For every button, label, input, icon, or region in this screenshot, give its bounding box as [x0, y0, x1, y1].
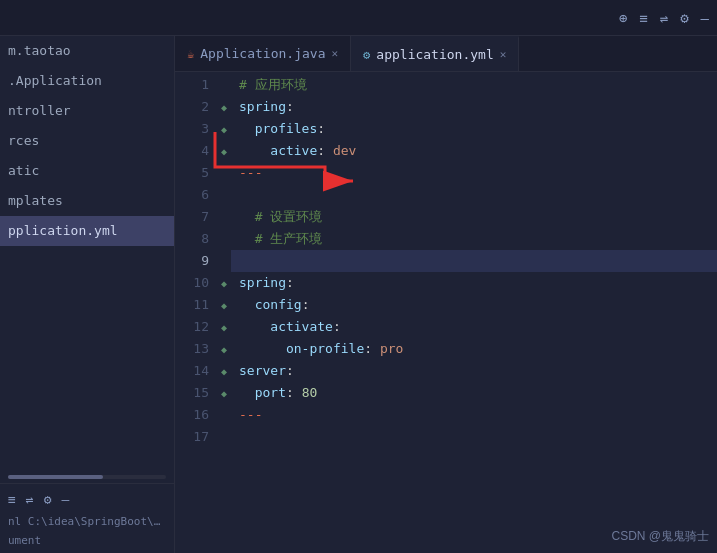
- tab-application-yml[interactable]: ⚙ application.yml ✕: [351, 36, 519, 71]
- line-num-7: 7: [175, 206, 209, 228]
- line-num-17: 17: [175, 426, 209, 448]
- line-num-2: 2: [175, 96, 209, 118]
- code-line-15[interactable]: port: 80: [231, 382, 717, 404]
- line-num-11: 11: [175, 294, 209, 316]
- fold-4[interactable]: ◆: [217, 140, 231, 162]
- list-icon[interactable]: ≡: [639, 10, 647, 26]
- sidebar-path: nl C:\idea\SpringBoot\springboot_10_: [0, 511, 174, 532]
- java-icon: ☕: [187, 47, 194, 61]
- tab-bar: ☕ Application.java ✕ ⚙ application.yml ✕: [175, 36, 717, 72]
- code-line-16[interactable]: ---: [231, 404, 717, 426]
- sidebar-status: ument: [0, 532, 174, 549]
- watermark: CSDN @鬼鬼骑士: [611, 528, 709, 545]
- line-num-16: 16: [175, 404, 209, 426]
- tab-label-yml: application.yml: [376, 47, 493, 62]
- editor-area: ☕ Application.java ✕ ⚙ application.yml ✕…: [175, 36, 717, 553]
- tab-close-yml[interactable]: ✕: [500, 48, 507, 61]
- fold-2[interactable]: ◆: [217, 96, 231, 118]
- minimize-icon[interactable]: —: [701, 10, 709, 26]
- tab-application-java[interactable]: ☕ Application.java ✕: [175, 36, 351, 71]
- line-num-14: 14: [175, 360, 209, 382]
- line-num-10: 10: [175, 272, 209, 294]
- line-numbers: 1 2 3 4 5 6 7 8 9 10 11 12 13 14 15 16 1…: [175, 72, 217, 553]
- yml-icon: ⚙: [363, 48, 370, 62]
- tab-label-java: Application.java: [200, 46, 325, 61]
- line-num-13: 13: [175, 338, 209, 360]
- main-area: m.taotao .Application ntroller rces atic…: [0, 36, 717, 553]
- fold-13[interactable]: ◆: [217, 338, 231, 360]
- fold-12[interactable]: ◆: [217, 316, 231, 338]
- bottom-swap-icon[interactable]: ⇌: [26, 492, 34, 507]
- sidebar-top: m.taotao .Application ntroller rces atic…: [0, 36, 174, 471]
- code-line-7[interactable]: # 设置环境: [231, 206, 717, 228]
- fold-6: [217, 184, 231, 206]
- code-line-12[interactable]: activate:: [231, 316, 717, 338]
- code-line-10[interactable]: spring:: [231, 272, 717, 294]
- swap-icon[interactable]: ⇌: [660, 10, 668, 26]
- code-line-4[interactable]: active: dev: [231, 140, 717, 162]
- sidebar-item-application[interactable]: .Application: [0, 66, 174, 96]
- target-icon[interactable]: ⊕: [619, 10, 627, 26]
- fold-5: [217, 162, 231, 184]
- sidebar-item-static[interactable]: atic: [0, 156, 174, 186]
- code-line-6[interactable]: [231, 184, 717, 206]
- sidebar-bottom-toolbar: ≡ ⇌ ⚙ —: [0, 488, 174, 511]
- fold-8: [217, 228, 231, 250]
- line-num-6: 6: [175, 184, 209, 206]
- fold-17: [217, 426, 231, 448]
- sidebar: m.taotao .Application ntroller rces atic…: [0, 36, 175, 553]
- line-num-4: 4: [175, 140, 209, 162]
- code-lines: # 应用环境 spring: profiles: active: dev ---…: [231, 72, 717, 553]
- bottom-list-icon[interactable]: ≡: [8, 492, 16, 507]
- sidebar-scrollbar-thumb: [8, 475, 103, 479]
- editor-content: 1 2 3 4 5 6 7 8 9 10 11 12 13 14 15 16 1…: [175, 72, 717, 553]
- settings-icon[interactable]: ⚙: [680, 10, 688, 26]
- fold-14[interactable]: ◆: [217, 360, 231, 382]
- top-toolbar: ⊕ ≡ ⇌ ⚙ —: [0, 0, 717, 36]
- code-line-17[interactable]: [231, 426, 717, 448]
- toolbar-icons: ⊕ ≡ ⇌ ⚙ —: [619, 10, 709, 26]
- line-num-5: 5: [175, 162, 209, 184]
- fold-11[interactable]: ◆: [217, 294, 231, 316]
- sidebar-item-templates[interactable]: mplates: [0, 186, 174, 216]
- sidebar-item-application-yml[interactable]: pplication.yml: [0, 216, 174, 246]
- bottom-settings-icon[interactable]: ⚙: [44, 492, 52, 507]
- line-num-9: 9: [175, 250, 209, 272]
- fold-1: [217, 74, 231, 96]
- code-line-1[interactable]: # 应用环境: [231, 74, 717, 96]
- fold-7: [217, 206, 231, 228]
- line-num-1: 1: [175, 74, 209, 96]
- fold-markers: ◆ ◆ ◆ ◆ ◆ ◆ ◆ ◆ ◆: [217, 72, 231, 553]
- code-line-11[interactable]: config:: [231, 294, 717, 316]
- code-line-9[interactable]: [231, 250, 717, 272]
- fold-10[interactable]: ◆: [217, 272, 231, 294]
- code-line-2[interactable]: spring:: [231, 96, 717, 118]
- sidebar-item-controller[interactable]: ntroller: [0, 96, 174, 126]
- fold-15[interactable]: ◆: [217, 382, 231, 404]
- code-line-13[interactable]: on-profile: pro: [231, 338, 717, 360]
- fold-16: [217, 404, 231, 426]
- sidebar-item-resources[interactable]: rces: [0, 126, 174, 156]
- line-num-12: 12: [175, 316, 209, 338]
- code-line-3[interactable]: profiles:: [231, 118, 717, 140]
- code-line-14[interactable]: server:: [231, 360, 717, 382]
- line-num-3: 3: [175, 118, 209, 140]
- bottom-minus-icon[interactable]: —: [61, 492, 69, 507]
- line-num-15: 15: [175, 382, 209, 404]
- fold-9: [217, 250, 231, 272]
- sidebar-scrollbar: [8, 475, 166, 479]
- fold-3[interactable]: ◆: [217, 118, 231, 140]
- line-num-8: 8: [175, 228, 209, 250]
- sidebar-item-taotao[interactable]: m.taotao: [0, 36, 174, 66]
- code-line-5[interactable]: ---: [231, 162, 717, 184]
- sidebar-bottom: ≡ ⇌ ⚙ — nl C:\idea\SpringBoot\springboot…: [0, 483, 174, 553]
- tab-close-java[interactable]: ✕: [331, 47, 338, 60]
- code-line-8[interactable]: # 生产环境: [231, 228, 717, 250]
